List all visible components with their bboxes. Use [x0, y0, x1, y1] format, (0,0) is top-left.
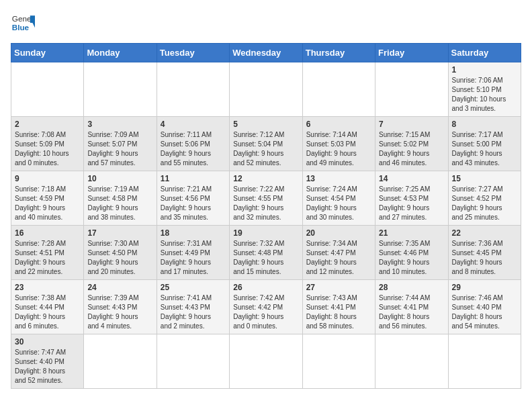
calendar-cell: 9Sunrise: 7:18 AM Sunset: 4:59 PM Daylig… — [11, 171, 84, 226]
calendar-cell — [11, 62, 84, 117]
day-info: Sunrise: 7:06 AM Sunset: 5:10 PM Dayligh… — [452, 76, 517, 113]
day-info: Sunrise: 7:18 AM Sunset: 4:59 PM Dayligh… — [15, 185, 80, 222]
calendar-cell: 23Sunrise: 7:38 AM Sunset: 4:44 PM Dayli… — [11, 280, 84, 334]
day-info: Sunrise: 7:15 AM Sunset: 5:02 PM Dayligh… — [379, 130, 444, 168]
day-info: Sunrise: 7:35 AM Sunset: 4:46 PM Dayligh… — [379, 239, 444, 277]
calendar-cell: 12Sunrise: 7:22 AM Sunset: 4:55 PM Dayli… — [230, 171, 302, 226]
day-info: Sunrise: 7:42 AM Sunset: 4:42 PM Dayligh… — [233, 293, 298, 331]
day-info: Sunrise: 7:12 AM Sunset: 5:04 PM Dayligh… — [233, 130, 298, 168]
calendar-cell: 16Sunrise: 7:28 AM Sunset: 4:51 PM Dayli… — [11, 226, 84, 280]
day-number: 7 — [379, 120, 444, 129]
logo-icon: General Blue — [11, 11, 35, 35]
day-number: 28 — [379, 283, 444, 292]
day-info: Sunrise: 7:21 AM Sunset: 4:56 PM Dayligh… — [161, 185, 226, 222]
calendar-cell — [302, 62, 375, 117]
day-info: Sunrise: 7:09 AM Sunset: 5:07 PM Dayligh… — [87, 130, 152, 168]
day-number: 12 — [233, 174, 298, 183]
day-info: Sunrise: 7:41 AM Sunset: 4:43 PM Dayligh… — [161, 293, 226, 331]
logo: General Blue — [11, 11, 17, 35]
calendar-cell: 13Sunrise: 7:24 AM Sunset: 4:54 PM Dayli… — [302, 171, 375, 226]
day-info: Sunrise: 7:34 AM Sunset: 4:47 PM Dayligh… — [306, 239, 371, 277]
day-number: 15 — [452, 174, 517, 183]
weekday-header-sunday: Sunday — [11, 44, 84, 62]
calendar-cell: 17Sunrise: 7:30 AM Sunset: 4:50 PM Dayli… — [84, 226, 157, 280]
day-number: 9 — [15, 174, 80, 183]
weekday-header-monday: Monday — [84, 44, 157, 62]
weekday-header-wednesday: Wednesday — [230, 44, 302, 62]
calendar-cell: 28Sunrise: 7:44 AM Sunset: 4:41 PM Dayli… — [375, 280, 448, 334]
day-info: Sunrise: 7:19 AM Sunset: 4:58 PM Dayligh… — [87, 185, 152, 222]
day-number: 29 — [452, 283, 517, 292]
day-number: 18 — [161, 228, 226, 238]
day-info: Sunrise: 7:38 AM Sunset: 4:44 PM Dayligh… — [15, 293, 80, 331]
calendar-cell — [375, 62, 448, 117]
day-number: 4 — [161, 120, 226, 129]
day-info: Sunrise: 7:25 AM Sunset: 4:53 PM Dayligh… — [379, 185, 444, 222]
day-info: Sunrise: 7:46 AM Sunset: 4:40 PM Dayligh… — [452, 293, 517, 331]
svg-marker-2 — [30, 15, 35, 23]
day-info: Sunrise: 7:30 AM Sunset: 4:50 PM Dayligh… — [87, 239, 152, 277]
day-number: 5 — [233, 120, 298, 129]
day-info: Sunrise: 7:36 AM Sunset: 4:45 PM Dayligh… — [452, 239, 517, 277]
calendar-cell: 25Sunrise: 7:41 AM Sunset: 4:43 PM Dayli… — [157, 280, 229, 334]
calendar-cell — [448, 334, 521, 389]
calendar-cell: 1Sunrise: 7:06 AM Sunset: 5:10 PM Daylig… — [448, 62, 521, 117]
day-info: Sunrise: 7:27 AM Sunset: 4:52 PM Dayligh… — [452, 185, 517, 222]
day-number: 23 — [15, 283, 80, 292]
day-info: Sunrise: 7:32 AM Sunset: 4:48 PM Dayligh… — [233, 239, 298, 277]
calendar-week-row: 30Sunrise: 7:47 AM Sunset: 4:40 PM Dayli… — [11, 334, 521, 389]
svg-marker-3 — [32, 23, 35, 28]
calendar-cell: 27Sunrise: 7:43 AM Sunset: 4:41 PM Dayli… — [302, 280, 375, 334]
day-info: Sunrise: 7:08 AM Sunset: 5:09 PM Dayligh… — [15, 130, 80, 168]
calendar-cell: 6Sunrise: 7:14 AM Sunset: 5:03 PM Daylig… — [302, 117, 375, 171]
day-number: 8 — [452, 120, 517, 129]
day-info: Sunrise: 7:31 AM Sunset: 4:49 PM Dayligh… — [161, 239, 226, 277]
weekday-header-saturday: Saturday — [448, 44, 521, 62]
day-info: Sunrise: 7:47 AM Sunset: 4:40 PM Dayligh… — [15, 348, 80, 385]
calendar-week-row: 1Sunrise: 7:06 AM Sunset: 5:10 PM Daylig… — [11, 62, 521, 117]
day-number: 6 — [306, 120, 371, 129]
weekday-header-tuesday: Tuesday — [157, 44, 229, 62]
calendar-cell — [375, 334, 448, 389]
day-info: Sunrise: 7:14 AM Sunset: 5:03 PM Dayligh… — [306, 130, 371, 168]
day-number: 24 — [87, 283, 152, 292]
day-number: 2 — [15, 120, 80, 129]
calendar-cell — [230, 334, 302, 389]
day-number: 26 — [233, 283, 298, 292]
calendar-cell: 15Sunrise: 7:27 AM Sunset: 4:52 PM Dayli… — [448, 171, 521, 226]
calendar-cell: 30Sunrise: 7:47 AM Sunset: 4:40 PM Dayli… — [11, 334, 84, 389]
weekday-header-thursday: Thursday — [302, 44, 375, 62]
day-info: Sunrise: 7:11 AM Sunset: 5:06 PM Dayligh… — [161, 130, 226, 168]
day-info: Sunrise: 7:39 AM Sunset: 4:43 PM Dayligh… — [87, 293, 152, 331]
day-info: Sunrise: 7:24 AM Sunset: 4:54 PM Dayligh… — [306, 185, 371, 222]
day-info: Sunrise: 7:22 AM Sunset: 4:55 PM Dayligh… — [233, 185, 298, 222]
calendar-table: SundayMondayTuesdayWednesdayThursdayFrid… — [11, 43, 521, 389]
day-info: Sunrise: 7:43 AM Sunset: 4:41 PM Dayligh… — [306, 293, 371, 331]
calendar-week-row: 23Sunrise: 7:38 AM Sunset: 4:44 PM Dayli… — [11, 280, 521, 334]
day-number: 20 — [306, 228, 371, 238]
day-number: 11 — [161, 174, 226, 183]
calendar-cell: 4Sunrise: 7:11 AM Sunset: 5:06 PM Daylig… — [157, 117, 229, 171]
calendar-cell: 18Sunrise: 7:31 AM Sunset: 4:49 PM Dayli… — [157, 226, 229, 280]
svg-text:Blue: Blue — [12, 23, 30, 32]
page-header: General Blue — [11, 11, 521, 35]
day-info: Sunrise: 7:28 AM Sunset: 4:51 PM Dayligh… — [15, 239, 80, 277]
day-info: Sunrise: 7:44 AM Sunset: 4:41 PM Dayligh… — [379, 293, 444, 331]
day-number: 27 — [306, 283, 371, 292]
calendar-cell — [157, 62, 229, 117]
weekday-header-friday: Friday — [375, 44, 448, 62]
calendar-cell: 19Sunrise: 7:32 AM Sunset: 4:48 PM Dayli… — [230, 226, 302, 280]
calendar-cell: 21Sunrise: 7:35 AM Sunset: 4:46 PM Dayli… — [375, 226, 448, 280]
calendar-cell: 3Sunrise: 7:09 AM Sunset: 5:07 PM Daylig… — [84, 117, 157, 171]
day-number: 21 — [379, 228, 444, 238]
day-info: Sunrise: 7:17 AM Sunset: 5:00 PM Dayligh… — [452, 130, 517, 168]
calendar-cell — [84, 334, 157, 389]
day-number: 25 — [161, 283, 226, 292]
day-number: 17 — [87, 228, 152, 238]
calendar-cell: 24Sunrise: 7:39 AM Sunset: 4:43 PM Dayli… — [84, 280, 157, 334]
calendar-cell: 14Sunrise: 7:25 AM Sunset: 4:53 PM Dayli… — [375, 171, 448, 226]
day-number: 14 — [379, 174, 444, 183]
calendar-header-row: SundayMondayTuesdayWednesdayThursdayFrid… — [11, 44, 521, 62]
calendar-cell: 11Sunrise: 7:21 AM Sunset: 4:56 PM Dayli… — [157, 171, 229, 226]
calendar-cell — [157, 334, 229, 389]
